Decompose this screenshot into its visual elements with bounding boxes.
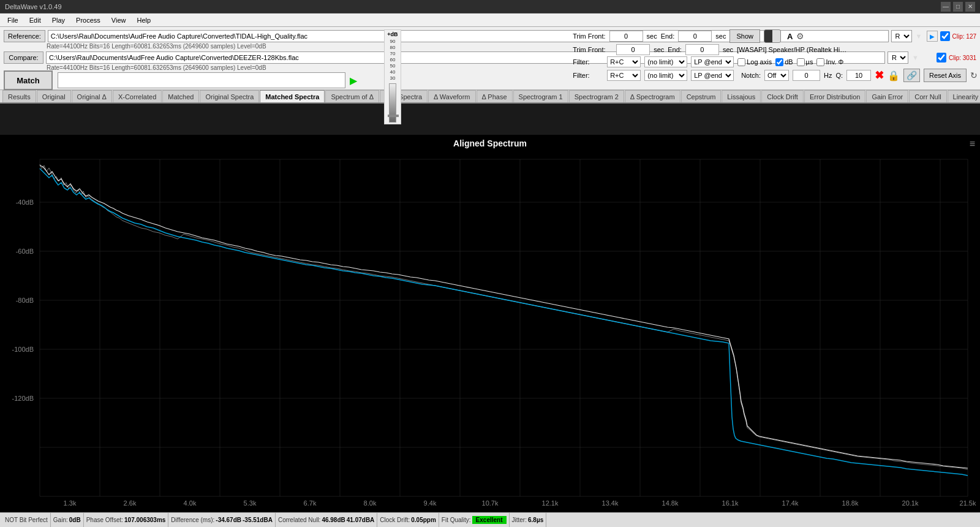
tab-error-dist[interactable]: Error Distribution bbox=[804, 90, 866, 102]
menu-play[interactable]: Play bbox=[47, 15, 70, 25]
end-val2[interactable] bbox=[685, 44, 719, 55]
db-slider-thumb[interactable] bbox=[388, 115, 399, 117]
lp-select1[interactable]: LP @end bbox=[691, 56, 734, 67]
app-title: DeltaWave v1.0.49 bbox=[5, 3, 62, 10]
tab-results[interactable]: Results bbox=[2, 90, 36, 102]
menu-help[interactable]: Help bbox=[132, 15, 156, 25]
tab-lissajous[interactable]: Lissajous bbox=[722, 90, 761, 102]
svg-text:21.5k: 21.5k bbox=[960, 499, 976, 507]
sec-label2: sec bbox=[715, 32, 726, 40]
tab-clock-drift[interactable]: Clock Drift bbox=[761, 90, 804, 102]
end-label2: End: bbox=[668, 46, 682, 53]
tab-spectrum-delta[interactable]: Spectrum of Δ bbox=[325, 90, 379, 102]
svg-text:17.4k: 17.4k bbox=[782, 499, 799, 507]
gain-item: Gain: 0dB bbox=[51, 513, 84, 527]
filter-select2[interactable]: R+C bbox=[607, 70, 641, 81]
inv-checkbox[interactable] bbox=[816, 58, 824, 66]
clock-label: Clock Drift: bbox=[380, 517, 410, 523]
close-button[interactable]: ✕ bbox=[965, 2, 975, 12]
tab-original-spectra[interactable]: Original Spectra bbox=[200, 90, 259, 102]
filter-row1: Filter: R+CRC (no limit) LP @end Log axi… bbox=[573, 56, 978, 67]
match-input[interactable] bbox=[58, 72, 345, 88]
gain-value: 0dB bbox=[69, 517, 81, 523]
svg-text:-100dB: -100dB bbox=[12, 346, 34, 353]
svg-text:-120dB: -120dB bbox=[12, 395, 34, 402]
svg-text:-40dB: -40dB bbox=[16, 199, 34, 206]
menu-view[interactable]: View bbox=[107, 15, 131, 25]
end-val1[interactable] bbox=[678, 31, 712, 42]
match-play-button[interactable]: ▶ bbox=[348, 75, 359, 86]
svg-text:13.4k: 13.4k bbox=[602, 499, 619, 507]
reference-label: Reference: bbox=[4, 30, 45, 42]
notch-select[interactable]: Off bbox=[764, 70, 789, 81]
match-button[interactable]: Match bbox=[4, 70, 53, 90]
tab-original[interactable]: Original bbox=[37, 90, 71, 102]
tab-original-delta[interactable]: Original Δ bbox=[72, 90, 112, 102]
compare-label: Compare: bbox=[4, 51, 43, 64]
lp-select2[interactable]: LP @end bbox=[691, 70, 734, 81]
letter-a: A bbox=[787, 32, 793, 41]
show-button[interactable]: Show bbox=[729, 29, 760, 43]
trim-front-label: Trim Front: bbox=[573, 32, 605, 40]
refresh-icon[interactable]: ↻ bbox=[970, 70, 978, 80]
sec-label1: sec bbox=[647, 32, 657, 40]
tab-delta-phase[interactable]: Δ Phase bbox=[477, 90, 513, 102]
menu-file[interactable]: File bbox=[2, 15, 23, 25]
hz-input[interactable] bbox=[793, 70, 820, 81]
trim-front-val1[interactable] bbox=[609, 31, 643, 42]
tab-delta-spectrogram[interactable]: Δ Spectrogram bbox=[625, 90, 680, 102]
corr-null-label: Correlated Null: bbox=[278, 517, 320, 523]
phase-label: Phase Offset: bbox=[86, 517, 123, 523]
tab-matched[interactable]: Matched bbox=[162, 90, 199, 102]
tab-corr-null[interactable]: Corr Null bbox=[909, 90, 946, 102]
lock-icon[interactable]: 🔒 bbox=[888, 70, 900, 82]
svg-rect-0 bbox=[0, 153, 980, 509]
svg-text:2.6k: 2.6k bbox=[124, 499, 137, 507]
filter-row2: Filter: R+C (no limit) LP @end Notch: Of… bbox=[573, 69, 978, 82]
gear-icon[interactable]: ⚙ bbox=[796, 31, 804, 41]
svg-text:14.8k: 14.8k bbox=[662, 499, 679, 507]
chart-settings-icon[interactable]: ≡ bbox=[970, 138, 975, 150]
tab-spectrogram1[interactable]: Spectrogram 1 bbox=[513, 90, 568, 102]
tab-gain-error[interactable]: Gain Error bbox=[866, 90, 908, 102]
db-scale-label: +dB bbox=[387, 31, 398, 37]
nolimit-select1[interactable]: (no limit) bbox=[644, 56, 687, 67]
menu-edit[interactable]: Edit bbox=[24, 15, 46, 25]
svg-text:-60dB: -60dB bbox=[16, 248, 34, 255]
filter-select1[interactable]: R+CRC bbox=[607, 56, 641, 67]
filter-label1: Filter: bbox=[573, 58, 603, 66]
corr-null-item: Correlated Null: 46.98dB 41.07dBA bbox=[276, 513, 377, 527]
db-checkbox[interactable] bbox=[775, 58, 783, 66]
svg-text:10.7k: 10.7k bbox=[482, 499, 499, 507]
reset-axis-button[interactable]: Reset Axis bbox=[924, 69, 967, 82]
q-input[interactable] bbox=[846, 70, 871, 81]
minimize-button[interactable]: — bbox=[941, 2, 951, 12]
trim-front-label2: Trim Front: bbox=[573, 46, 612, 53]
db-slider-track[interactable] bbox=[389, 83, 396, 123]
svg-text:16.1k: 16.1k bbox=[722, 499, 739, 507]
us-checkbox[interactable] bbox=[797, 58, 805, 66]
svg-text:12.1k: 12.1k bbox=[542, 499, 559, 507]
tab-delta-waveform[interactable]: Δ Waveform bbox=[428, 90, 476, 102]
theme-button[interactable] bbox=[764, 29, 781, 43]
trim-front-val2[interactable] bbox=[616, 44, 650, 55]
tab-matched-spectra[interactable]: Matched Spectra bbox=[260, 90, 325, 102]
tab-cepstrum[interactable]: Cepstrum bbox=[681, 90, 722, 102]
log-axis-checkbox[interactable] bbox=[737, 58, 745, 66]
phase-value: 107.006303ms bbox=[124, 517, 165, 523]
link-icon[interactable]: 🔗 bbox=[903, 69, 920, 82]
svg-text:6.7k: 6.7k bbox=[304, 499, 317, 507]
tab-x-correlated[interactable]: X-Correlated bbox=[113, 90, 162, 102]
tab-spectrogram2[interactable]: Spectrogram 2 bbox=[569, 90, 624, 102]
svg-text:18.8k: 18.8k bbox=[842, 499, 859, 507]
nolimit-select2[interactable]: (no limit) bbox=[644, 70, 687, 81]
jitter-value: 6.8µs bbox=[528, 517, 543, 523]
chart-area: Aligned Spectrum ≡ bbox=[0, 135, 980, 512]
maximize-button[interactable]: □ bbox=[953, 2, 963, 12]
clear-icon[interactable]: ✖ bbox=[875, 69, 884, 82]
menu-process[interactable]: Process bbox=[71, 15, 105, 25]
db-label: dB bbox=[775, 58, 793, 66]
fit-label: Fit Quality: bbox=[442, 517, 471, 523]
tab-linearity[interactable]: Linearity bbox=[948, 90, 980, 102]
filter-label2: Filter: bbox=[573, 72, 603, 79]
